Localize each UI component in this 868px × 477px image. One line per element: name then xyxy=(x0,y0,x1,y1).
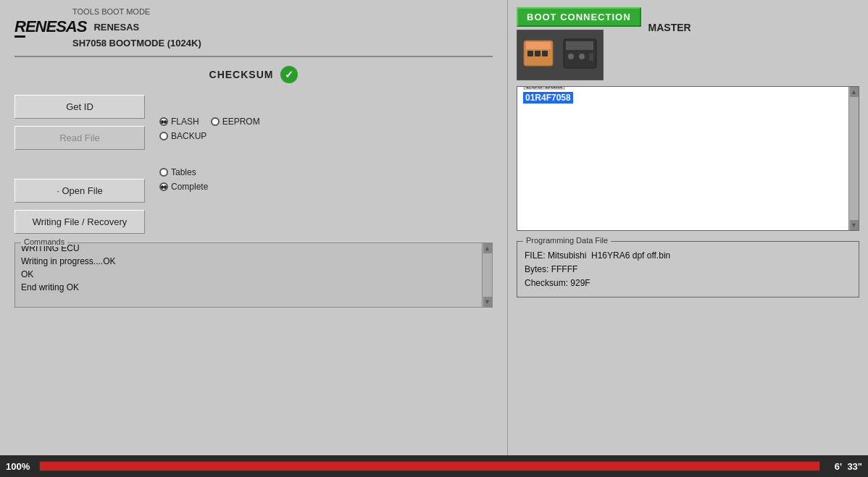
commands-title: Commands xyxy=(21,237,67,246)
ecu-scroll-up[interactable]: ▲ xyxy=(850,87,859,97)
options-column: FLASH EEPROM BACKUP xyxy=(159,95,260,234)
file-info: FILE: Mitsubishi H16YRA6 dpf off.bin xyxy=(525,249,851,263)
bytes-info: Bytes: FFFFF xyxy=(525,263,851,277)
svg-point-7 xyxy=(568,54,574,59)
checksum-row: CHECKSUM ✓ xyxy=(14,66,493,83)
progress-fill xyxy=(40,462,819,470)
open-file-button[interactable]: · Open File xyxy=(14,179,145,203)
model-label: SH7058 BOOTMODE (1024K) xyxy=(72,38,493,48)
file-name: H16YRA6 dpf off.bin xyxy=(591,250,670,261)
ecu-data-box: ECU Data 01R4F7058 ▲ ▼ xyxy=(517,86,859,231)
svg-rect-4 xyxy=(542,51,548,56)
complete-radio-circle xyxy=(159,182,168,191)
tables-label: Tables xyxy=(171,167,196,177)
command-line-1: WRITING ECU xyxy=(21,242,486,255)
eeprom-radio-circle xyxy=(211,117,220,126)
checksum-label: CHECKSUM xyxy=(209,69,274,80)
file-label: FILE: Mitsubishi xyxy=(525,250,586,261)
flash-radio[interactable]: FLASH xyxy=(159,117,199,127)
commands-content: WRITING ECU Writing in progress....OK OK… xyxy=(15,239,492,297)
right-panel: BOOT CONNECTION xyxy=(507,0,868,455)
brand-section: RENESAS RENESAS xyxy=(14,17,493,36)
left-panel: TOOLS BOOT MODE RENESAS RENESAS SH7058 B… xyxy=(0,0,507,455)
ecu-scroll-down[interactable]: ▼ xyxy=(850,220,859,230)
programming-data-title: Programming Data File xyxy=(523,236,611,245)
eeprom-radio[interactable]: EEPROM xyxy=(211,117,260,127)
tools-boot-mode-label: TOOLS BOOT MODE xyxy=(72,7,493,16)
boot-connection-row: BOOT CONNECTION xyxy=(517,7,859,80)
flash-eeprom-row: FLASH EEPROM xyxy=(159,117,260,127)
commands-box: Commands WRITING ECU Writing in progress… xyxy=(14,242,493,308)
renesas-logo: RENESAS xyxy=(14,17,86,36)
svg-rect-1 xyxy=(526,42,551,49)
get-id-button[interactable]: Get ID xyxy=(14,95,145,119)
checksum-info: Checksum: 929F xyxy=(525,277,851,290)
time-elapsed: 6' 33" xyxy=(826,461,862,472)
svg-rect-3 xyxy=(535,51,541,56)
content-area: TOOLS BOOT MODE RENESAS RENESAS SH7058 B… xyxy=(0,0,868,455)
bottom-bar: 100% 6' 33" xyxy=(0,455,868,477)
boot-device-image xyxy=(517,30,604,80)
buttons-and-options: Get ID Read File · Open File Writing Fil… xyxy=(14,95,493,234)
boot-connection-section: BOOT CONNECTION xyxy=(517,7,641,80)
commands-scrollbar[interactable]: ▲ ▼ xyxy=(482,243,492,307)
tables-radio-circle xyxy=(159,168,168,177)
progress-bar xyxy=(39,461,820,471)
main-container: TOOLS BOOT MODE RENESAS RENESAS SH7058 B… xyxy=(0,0,868,477)
master-label: MASTER xyxy=(648,7,691,33)
device-svg xyxy=(520,33,600,77)
tables-row: Tables xyxy=(159,167,260,177)
command-line-3: OK xyxy=(21,268,486,281)
brand-name-text: RENESAS xyxy=(93,22,139,33)
writing-file-button[interactable]: Writing File / Recovery xyxy=(14,210,145,234)
complete-row: Complete xyxy=(159,182,260,192)
button-column: Get ID Read File · Open File Writing Fil… xyxy=(14,95,145,234)
svg-rect-6 xyxy=(566,41,593,50)
command-line-2: Writing in progress....OK xyxy=(21,255,486,268)
read-file-button[interactable]: Read File xyxy=(14,126,145,150)
svg-rect-2 xyxy=(527,51,533,56)
boot-connection-button[interactable]: BOOT CONNECTION xyxy=(517,7,641,27)
command-line-4: End writing OK xyxy=(21,281,486,294)
tables-radio[interactable]: Tables xyxy=(159,167,196,177)
scroll-down-arrow[interactable]: ▼ xyxy=(483,297,492,307)
svg-rect-9 xyxy=(589,54,593,61)
backup-label: BACKUP xyxy=(171,131,206,141)
ecu-highlight-value: 01R4F7058 xyxy=(523,92,573,104)
backup-radio[interactable]: BACKUP xyxy=(159,131,206,141)
ecu-data-content: 01R4F7058 xyxy=(517,87,859,107)
complete-label: Complete xyxy=(171,182,208,192)
ecu-scrollbar[interactable]: ▲ ▼ xyxy=(848,87,859,230)
separator xyxy=(14,56,493,57)
progress-percent: 100% xyxy=(6,461,33,472)
programming-data-box: Programming Data File FILE: Mitsubishi H… xyxy=(517,241,859,297)
eeprom-label: EEPROM xyxy=(222,117,260,127)
flash-label: FLASH xyxy=(171,117,199,127)
complete-radio[interactable]: Complete xyxy=(159,182,208,192)
ecu-data-title: ECU Data xyxy=(523,86,565,90)
backup-row: BACKUP xyxy=(159,131,260,141)
svg-point-8 xyxy=(579,54,585,59)
checksum-ok-icon: ✓ xyxy=(280,66,298,83)
backup-radio-circle xyxy=(159,132,168,140)
flash-radio-circle xyxy=(159,117,168,126)
scroll-up-arrow[interactable]: ▲ xyxy=(483,243,492,253)
programming-data-content: FILE: Mitsubishi H16YRA6 dpf off.bin Byt… xyxy=(525,249,851,291)
